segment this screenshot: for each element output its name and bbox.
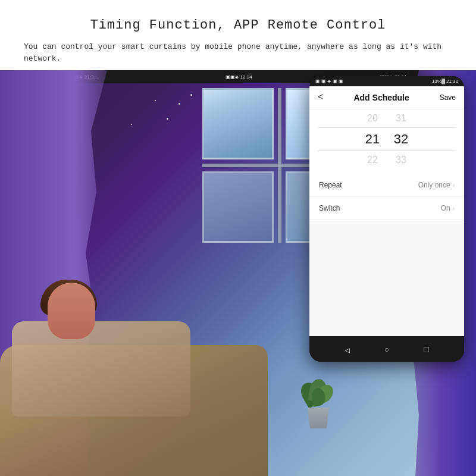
- repeat-value-group: Only once ›: [418, 181, 455, 189]
- strip-time-2: 12:34: [240, 74, 252, 80]
- page-title: Timing Function, APP Remote Control: [24, 18, 452, 33]
- repeat-label: Repeat: [319, 181, 342, 189]
- repeat-value: Only once: [418, 181, 450, 189]
- person-sleeping: [0, 268, 286, 476]
- background-scene: ▣ ▣ ◈ ▣ ▣ 13%▓ 21:32 < Add Schedule Save: [0, 70, 476, 476]
- save-button[interactable]: Save: [440, 93, 456, 102]
- switch-value-group: On ›: [441, 204, 455, 212]
- nav-home-icon[interactable]: ○: [384, 345, 389, 355]
- repeat-chevron-icon: ›: [453, 182, 455, 189]
- nav-back-icon[interactable]: ◁: [345, 345, 349, 355]
- person-head: [48, 283, 95, 339]
- signal-icons: ▣ ▣ ◈ ▣ ▣: [315, 79, 343, 84]
- app-header: < Add Schedule Save: [309, 86, 464, 109]
- window-pane-bl: [202, 171, 274, 243]
- phone-status-bar: ▣ ▣ ◈ ▣ ▣ 13%▓ 21:32: [309, 76, 464, 86]
- plant-leaves: [299, 379, 338, 412]
- window-vertical-bar: [278, 88, 281, 243]
- phone-screen: < Add Schedule Save 20 31: [309, 86, 464, 336]
- back-button[interactable]: <: [318, 92, 324, 103]
- app-title: Add Schedule: [353, 93, 409, 102]
- hour-top: 20: [364, 113, 381, 124]
- bed-pillows: [12, 321, 190, 416]
- switch-label: Switch: [319, 204, 340, 212]
- status-right-icons: 13%▓ 21:32: [432, 79, 458, 84]
- settings-section: Repeat Only once › Switch On ›: [309, 174, 464, 336]
- time-row-bottom: 22 33: [309, 151, 464, 169]
- hour-middle: 21: [364, 131, 381, 147]
- phone-nav-bar: ◁ ○ □: [309, 338, 464, 362]
- minute-middle: 32: [392, 131, 410, 147]
- repeat-setting-row[interactable]: Repeat Only once ›: [309, 174, 464, 197]
- image-section: ▣ ▣ ◈ ▣ ▣ 13%▓ 21:32 < Add Schedule Save: [0, 70, 476, 476]
- strip-icons-2: ▣▣◈: [226, 74, 239, 80]
- switch-value: On: [441, 204, 450, 212]
- switch-chevron-icon: ›: [453, 205, 455, 212]
- status-left-icons: ▣ ▣ ◈ ▣ ▣: [315, 79, 343, 84]
- nav-recent-icon[interactable]: □: [424, 345, 428, 355]
- time-display: 21:32: [446, 79, 458, 84]
- plant-pot: [306, 408, 330, 428]
- window-pane-tl: [202, 88, 274, 159]
- plant: [298, 375, 339, 428]
- time-picker[interactable]: 20 31 21 32 22 33: [309, 109, 464, 169]
- phone-mockup: ▣ ▣ ◈ ▣ ▣ 13%▓ 21:32 < Add Schedule Save: [309, 76, 464, 362]
- hour-bottom: 22: [364, 155, 381, 165]
- page-wrapper: Timing Function, APP Remote Control You …: [0, 0, 476, 476]
- header-section: Timing Function, APP Remote Control You …: [0, 0, 476, 70]
- bottom-strip-item-2: ▣▣◈ 12:34: [226, 74, 252, 80]
- minute-top: 31: [392, 113, 410, 124]
- switch-setting-row[interactable]: Switch On ›: [309, 197, 464, 220]
- time-row-middle: 21 32: [309, 128, 464, 151]
- minute-bottom: 33: [392, 155, 410, 165]
- time-row-top: 20 31: [309, 109, 464, 127]
- battery-indicator: 13%▓: [432, 79, 445, 84]
- subtitle-text: You can control your smart curtains by m…: [24, 41, 452, 64]
